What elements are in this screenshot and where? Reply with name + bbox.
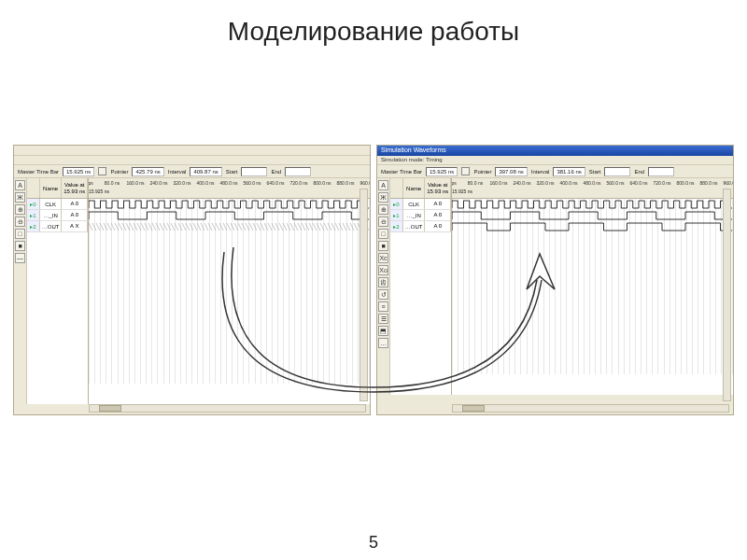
col-value: Value at15.93 ns: [425, 178, 451, 198]
svg-line-12: [134, 223, 137, 231]
svg-line-69: [346, 223, 350, 231]
vertical-scrollbar[interactable]: [359, 189, 368, 401]
svg-line-60: [313, 223, 317, 231]
svg-line-30: [201, 223, 204, 231]
tool-button[interactable]: ⬒: [378, 326, 388, 336]
horizontal-scrollbar[interactable]: [452, 404, 729, 413]
svg-line-29: [197, 223, 201, 231]
interval-label: Interval: [531, 169, 550, 175]
svg-line-70: [350, 223, 354, 231]
tool-button[interactable]: ■: [15, 241, 25, 251]
end-value[interactable]: [648, 167, 674, 176]
signal-row[interactable]: ▸1…_INA 0: [27, 210, 88, 221]
tool-button[interactable]: Ж: [15, 192, 25, 203]
signal-value: A 0: [62, 199, 88, 209]
time-tick-label: 880.0 ns: [699, 180, 717, 186]
mode-bar: Simulation mode: Timing: [377, 156, 733, 165]
svg-line-56: [298, 223, 302, 231]
svg-line-57: [302, 223, 305, 231]
start-label: Start: [226, 169, 238, 175]
time-bar-value[interactable]: 15.925 ns: [63, 167, 94, 176]
time-tick-label: 240.0 ns: [513, 180, 530, 186]
tool-button[interactable]: A: [15, 180, 25, 190]
svg-line-68: [343, 223, 346, 231]
time-tick-label: 160.0 ns: [126, 180, 144, 186]
svg-line-48: [268, 223, 272, 231]
signal-blank: [27, 232, 88, 404]
left-toolbar: AЖ⊕⊖□■—: [14, 178, 27, 404]
waveforms-right: [452, 199, 732, 232]
svg-line-55: [294, 223, 298, 231]
tool-button[interactable]: ↺: [378, 289, 388, 300]
signal-row[interactable]: ▸2…OUTA X: [27, 221, 88, 232]
tool-button[interactable]: Ж: [378, 192, 388, 203]
svg-line-21: [167, 223, 171, 231]
tool-button[interactable]: A: [378, 180, 388, 190]
time-bar-value[interactable]: 15.925 ns: [426, 167, 458, 176]
wave-area-left[interactable]: 0 ps80.0 ns160.0 ns240.0 ns320.0 ns400.0…: [89, 178, 370, 404]
svg-line-61: [317, 223, 320, 231]
svg-line-33: [212, 223, 216, 231]
tool-button[interactable]: ⊖: [378, 217, 388, 227]
vertical-scrollbar[interactable]: [723, 189, 731, 401]
tool-button[interactable]: Xc: [378, 253, 388, 263]
scroll-thumb[interactable]: [462, 405, 485, 412]
tool-button[interactable]: ⊕: [15, 204, 25, 215]
slide-number: 5: [369, 533, 378, 553]
signal-name: CLK: [403, 199, 426, 209]
time-tick-label: 800.0 ns: [313, 180, 331, 186]
svg-line-9: [122, 223, 126, 231]
svg-line-35: [219, 223, 223, 231]
time-ruler: 0 ps80.0 ns160.0 ns240.0 ns320.0 ns400.0…: [452, 178, 733, 199]
wave-area-right[interactable]: 0 ps80.0 ns160.0 ns240.0 ns320.0 ns400.0…: [452, 178, 733, 395]
time-tick-label: 480.0 ns: [583, 180, 600, 186]
svg-line-54: [290, 223, 294, 231]
tool-button[interactable]: ⊕: [378, 204, 388, 215]
tool-button[interactable]: 齿: [378, 277, 388, 287]
tool-button[interactable]: Xo: [378, 265, 388, 275]
tool-button[interactable]: □: [15, 229, 25, 239]
signal-name: …OUT: [40, 221, 63, 231]
svg-line-36: [223, 223, 227, 231]
svg-line-28: [193, 223, 197, 231]
pointer-value: 425.79 ns: [132, 167, 163, 176]
signal-row[interactable]: ▸0CLKA 0: [390, 199, 451, 210]
tool-button[interactable]: ☰: [378, 314, 388, 324]
svg-line-24: [178, 223, 182, 231]
svg-line-64: [328, 223, 331, 231]
tool-button[interactable]: —: [15, 253, 25, 263]
end-value[interactable]: [285, 167, 311, 176]
pointer-icon[interactable]: [461, 167, 470, 175]
svg-line-5: [107, 223, 111, 231]
pin-icon: ▸0: [390, 199, 403, 209]
svg-line-41: [242, 223, 246, 231]
start-value[interactable]: [241, 167, 267, 176]
svg-line-0: [89, 223, 92, 231]
svg-line-31: [204, 223, 208, 231]
time-tick-label: 720.0 ns: [653, 180, 670, 186]
svg-line-13: [137, 223, 141, 231]
start-value[interactable]: [604, 167, 630, 176]
horizontal-scrollbar[interactable]: [89, 404, 366, 413]
signal-row[interactable]: ▸2…OUTA 0: [390, 221, 451, 232]
tool-button[interactable]: □: [378, 229, 388, 239]
signal-row[interactable]: ▸0CLKA 0: [27, 199, 88, 210]
svg-line-63: [324, 223, 328, 231]
pin-icon: ▸2: [27, 221, 40, 231]
svg-line-42: [246, 223, 249, 231]
svg-line-14: [141, 223, 145, 231]
waveform-editor-panel: Master Time Bar 15.925 ns Pointer 425.79…: [13, 145, 371, 415]
time-tick-label: 640.0 ns: [629, 180, 647, 186]
signal-row[interactable]: ▸1…_INA 0: [390, 210, 451, 221]
tool-button[interactable]: ≡: [378, 301, 388, 312]
svg-line-22: [171, 223, 175, 231]
svg-line-49: [272, 223, 275, 231]
svg-line-17: [152, 223, 156, 231]
scroll-thumb[interactable]: [99, 405, 121, 412]
tool-button[interactable]: …: [378, 338, 388, 348]
tool-button[interactable]: ⊖: [15, 217, 25, 227]
pointer-icon[interactable]: [98, 167, 106, 175]
svg-line-27: [190, 223, 193, 231]
tool-button[interactable]: ■: [378, 241, 388, 251]
svg-line-44: [253, 223, 257, 231]
